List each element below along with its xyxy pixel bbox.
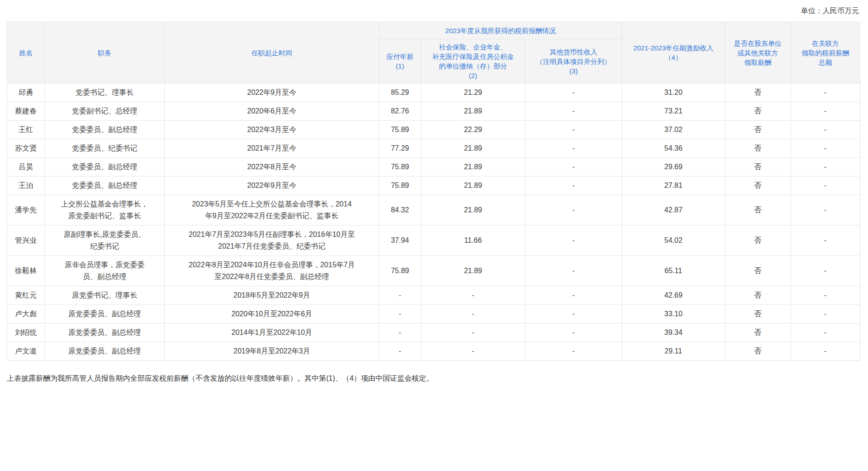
cell-position: 原副理事长,原党委委员、 纪委书记	[45, 226, 165, 256]
table-body: 邱勇 党委书记、理事长 2022年9月至今 85.29 21.29 - 31.2…	[7, 83, 860, 361]
cell-shareholder: 否	[725, 83, 791, 102]
col-header-term: 任职起止时间	[165, 22, 379, 83]
cell-related-total: -	[791, 102, 860, 121]
cell-incentive: 27.81	[622, 177, 725, 195]
cell-incentive: 31.20	[622, 83, 725, 102]
cell-shareholder: 否	[725, 256, 791, 286]
cell-name: 吕昊	[7, 158, 45, 177]
cell-social-insurance: 21.89	[421, 195, 525, 226]
cell-incentive: 39.34	[622, 324, 725, 342]
cell-related-total: -	[791, 305, 860, 324]
cell-salary: 75.89	[379, 256, 421, 286]
cell-other-income: -	[525, 226, 622, 256]
cell-related-total: -	[791, 286, 860, 305]
cell-salary: 85.29	[379, 83, 421, 102]
cell-incentive: 33.10	[622, 305, 725, 324]
cell-shareholder: 否	[725, 195, 791, 226]
cell-term: 2022年8月至今	[165, 158, 379, 177]
cell-social-insurance: -	[421, 324, 525, 342]
cell-term: 2014年1月至2022年10月	[165, 324, 379, 342]
cell-incentive: 37.02	[622, 121, 725, 139]
cell-shareholder: 否	[725, 305, 791, 324]
cell-other-income: -	[525, 324, 622, 342]
table-row: 王红 党委委员、副总经理 2022年3月至今 75.89 22.29 - 37.…	[7, 121, 860, 139]
cell-position: 党委书记、理事长	[45, 83, 165, 102]
cell-social-insurance: -	[421, 305, 525, 324]
cell-salary: 82.76	[379, 102, 421, 121]
cell-term: 2023年5月至今任上交所公益基金会理事长，2014 年9月至2022年2月任党…	[165, 195, 379, 226]
cell-term: 2020年6月至今	[165, 102, 379, 121]
col-header-other-income: 其他货币性收入 （注明具体项目并分列） (3)	[525, 39, 622, 83]
cell-name: 卢大彪	[7, 305, 45, 324]
table-row: 吕昊 党委委员、副总经理 2022年8月至今 75.89 21.89 - 29.…	[7, 158, 860, 177]
cell-term: 2022年9月至今	[165, 83, 379, 102]
cell-salary: -	[379, 305, 421, 324]
cell-related-total: -	[791, 226, 860, 256]
cell-salary: 75.89	[379, 158, 421, 177]
cell-name: 潘学先	[7, 195, 45, 226]
cell-term: 2021年7月至今	[165, 139, 379, 158]
cell-name: 邱勇	[7, 83, 45, 102]
cell-salary: -	[379, 324, 421, 342]
cell-name: 徐毅林	[7, 256, 45, 286]
cell-salary: -	[379, 286, 421, 305]
cell-other-income: -	[525, 286, 622, 305]
cell-social-insurance: -	[421, 286, 525, 305]
cell-incentive: 54.02	[622, 226, 725, 256]
cell-term: 2022年9月至今	[165, 177, 379, 195]
cell-name: 王红	[7, 121, 45, 139]
cell-term: 2018年5月至2022年9月	[165, 286, 379, 305]
cell-term: 2019年8月至2022年3月	[165, 342, 379, 361]
cell-social-insurance: -	[421, 342, 525, 361]
cell-other-income: -	[525, 83, 622, 102]
cell-salary: 37.94	[379, 226, 421, 256]
cell-term: 2020年10月至2022年6月	[165, 305, 379, 324]
cell-term: 2022年3月至今	[165, 121, 379, 139]
table-row: 卢大彪 原党委委员、副总经理 2020年10月至2022年6月 - - - 33…	[7, 305, 860, 324]
cell-shareholder: 否	[725, 286, 791, 305]
cell-incentive: 29.11	[622, 342, 725, 361]
table-row: 邱勇 党委书记、理事长 2022年9月至今 85.29 21.29 - 31.2…	[7, 83, 860, 102]
cell-salary: 75.89	[379, 177, 421, 195]
table-row: 卢文道 原党委委员、副总经理 2019年8月至2022年3月 - - - 29.…	[7, 342, 860, 361]
cell-term: 2022年8月至2024年10月任非会员理事，2015年7月 至2022年8月任…	[165, 256, 379, 286]
cell-shareholder: 否	[725, 102, 791, 121]
cell-incentive: 54.36	[622, 139, 725, 158]
cell-social-insurance: 21.89	[421, 256, 525, 286]
cell-incentive: 42.69	[622, 286, 725, 305]
cell-incentive: 42.87	[622, 195, 725, 226]
table-row: 黄红元 原党委书记、理事长 2018年5月至2022年9月 - - - 42.6…	[7, 286, 860, 305]
cell-shareholder: 否	[725, 139, 791, 158]
cell-other-income: -	[525, 256, 622, 286]
cell-position: 原党委委员、副总经理	[45, 324, 165, 342]
cell-social-insurance: 21.29	[421, 83, 525, 102]
cell-other-income: -	[525, 177, 622, 195]
col-header-position: 职务	[45, 22, 165, 83]
table-row: 刘绍统 原党委委员、副总经理 2014年1月至2022年10月 - - - 39…	[7, 324, 860, 342]
footnote: 上表披露薪酬为我所高管人员报告期内全部应发税前薪酬（不含发放的以往年度绩效年薪）…	[7, 373, 860, 383]
cell-shareholder: 否	[725, 342, 791, 361]
cell-social-insurance: 21.89	[421, 177, 525, 195]
cell-related-total: -	[791, 83, 860, 102]
cell-social-insurance: 22.29	[421, 121, 525, 139]
cell-incentive: 65.11	[622, 256, 725, 286]
cell-salary: 75.89	[379, 121, 421, 139]
table-row: 苏文贤 党委委员、纪委书记 2021年7月至今 77.29 21.89 - 54…	[7, 139, 860, 158]
cell-name: 黄红元	[7, 286, 45, 305]
cell-other-income: -	[525, 102, 622, 121]
cell-other-income: -	[525, 158, 622, 177]
cell-name: 刘绍统	[7, 324, 45, 342]
cell-social-insurance: 21.89	[421, 158, 525, 177]
table-header: 姓名 职务 任职起止时间 2023年度从我所获得的税前报酬情况 2021-202…	[7, 22, 860, 83]
col-header-salary: 应付年薪 (1)	[379, 39, 421, 83]
cell-related-total: -	[791, 256, 860, 286]
cell-position: 党委委员、纪委书记	[45, 139, 165, 158]
cell-position: 原非会员理事，原党委委 员、副总经理	[45, 256, 165, 286]
cell-other-income: -	[525, 139, 622, 158]
cell-other-income: -	[525, 121, 622, 139]
cell-shareholder: 否	[725, 324, 791, 342]
cell-name: 苏文贤	[7, 139, 45, 158]
cell-position: 上交所公益基金会理事长， 原党委副书记、监事长	[45, 195, 165, 226]
col-header-social-insurance: 社会保险、企业年金、 补充医疗保险及住房公积金 的单位缴纳（存）部分 (2)	[421, 39, 525, 83]
cell-social-insurance: 11.66	[421, 226, 525, 256]
